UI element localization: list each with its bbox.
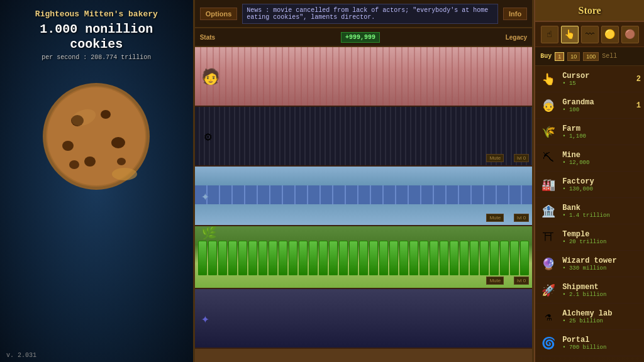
version-label: v. 2.031 (6, 352, 36, 359)
store-item-price-0: • 15 (562, 80, 628, 87)
bottle (520, 241, 529, 275)
qty-100-button[interactable]: 100 (583, 52, 599, 61)
store-panel: Store ☝ 👆 〰 🟡 🟤 Buy 1 10 100 Sell 👆Curso… (534, 0, 644, 362)
farm-mute-button[interactable]: Mute (486, 277, 504, 285)
store-item-price-6: • 20 trillion (562, 239, 628, 245)
options-button[interactable]: Options (200, 8, 238, 20)
bottle (440, 241, 448, 275)
qty-1-button[interactable]: 1 (555, 52, 564, 61)
store-item-factory[interactable]: 🏭Factory• 130,000 (535, 172, 644, 198)
store-item-grandma[interactable]: 👵Grandma• 1001 (535, 92, 644, 119)
bottle (430, 241, 438, 275)
grandma-character: 🧑 (201, 67, 220, 85)
bottle (228, 241, 237, 275)
store-item-temple[interactable]: ⛩Temple• 20 trillion (535, 224, 644, 251)
portal-character: ✦ (201, 310, 209, 327)
store-item-name-2: Farm (562, 124, 628, 133)
store-item-name-9: Alchemy lab (562, 309, 628, 318)
store-item-icon-6: ⛩ (538, 228, 558, 248)
store-item-price-9: • 25 billion (562, 318, 628, 324)
store-item-price-7: • 330 million (562, 265, 628, 272)
stats-button[interactable]: Stats (200, 34, 215, 41)
store-item-name-4: Factory (562, 177, 628, 186)
bottle (289, 241, 297, 275)
store-item-icon-0: 👆 (538, 69, 558, 89)
tool-wave[interactable]: 〰 (581, 26, 599, 43)
bottle (299, 241, 308, 275)
legacy-button[interactable]: Legacy (506, 34, 527, 41)
store-item-icon-1: 👵 (538, 96, 558, 116)
store-item-info-8: Shipment• 2.1 billion (562, 283, 628, 298)
svg-point-9 (69, 160, 79, 169)
store-item-info-9: Alchemy lab• 25 billion (562, 309, 628, 324)
factory-row: ✦ Mute lvl 0 (195, 167, 532, 226)
store-item-icon-2: 🌾 (538, 122, 558, 142)
store-item-mine[interactable]: ⛏Mine• 12,000 (535, 145, 644, 172)
svg-point-8 (117, 158, 126, 165)
bottle (269, 241, 277, 275)
tool-pointer[interactable]: 👆 (561, 26, 579, 43)
bottle (399, 241, 408, 275)
store-item-wizard-tower[interactable]: 🔮Wizard tower• 330 million (535, 251, 644, 277)
bottle (208, 241, 217, 275)
store-item-farm[interactable]: 🌾Farm• 1,100 (535, 119, 644, 145)
bottle (339, 241, 348, 275)
bottle (309, 241, 318, 275)
bottle (218, 241, 227, 275)
bottle (198, 241, 207, 275)
svg-point-6 (111, 137, 125, 148)
store-item-info-4: Factory• 130,000 (562, 177, 628, 192)
bottle (248, 241, 257, 275)
tool-circle2[interactable]: 🟤 (621, 26, 639, 43)
store-item-icon-7: 🔮 (538, 254, 558, 274)
store-item-price-8: • 2.1 billion (562, 292, 628, 298)
buy-label: Buy (540, 53, 552, 60)
store-item-info-1: Grandma• 100 (562, 98, 628, 113)
qty-10-button[interactable]: 10 (567, 52, 580, 61)
store-item-price-5: • 1.4 trillion (562, 212, 628, 219)
svg-point-5 (62, 141, 74, 151)
store-item-price-3: • 12,000 (562, 160, 628, 166)
store-item-name-10: Portal (562, 336, 628, 344)
bottle (470, 241, 479, 275)
mine-mute-button[interactable]: Mute (486, 154, 504, 162)
store-item-icon-9: ⚗ (538, 307, 558, 327)
store-item-info-10: Portal• 700 billion (562, 336, 628, 351)
mine-character: ⚙️ (204, 128, 212, 144)
store-item-alchemy-lab[interactable]: ⚗Alchemy lab• 25 billion (535, 304, 644, 330)
store-item-name-3: Mine (562, 151, 628, 160)
store-item-name-8: Shipment (562, 283, 628, 292)
factory-mute-button[interactable]: Mute (486, 214, 504, 222)
bottle (480, 241, 489, 275)
tool-hand[interactable]: ☝ (541, 26, 558, 43)
left-panel: Righteous Mitten's bakery 1.000 nonillio… (0, 0, 195, 362)
store-item-portal[interactable]: 🌀Portal• 700 billion (535, 330, 644, 356)
info-button[interactable]: Info (503, 8, 527, 20)
bottle (450, 241, 458, 275)
cookie-button[interactable] (33, 74, 159, 199)
store-item-price-2: • 1,100 (562, 133, 628, 140)
news-ticker: News : movie cancelled from lack of acto… (242, 4, 498, 24)
bottle (279, 241, 287, 275)
bakery-name: Righteous Mitten's bakery (35, 9, 158, 19)
bottle (329, 241, 338, 275)
store-item-shipment[interactable]: 🚀Shipment• 2.1 billion (535, 277, 644, 304)
sell-label: Sell (602, 53, 617, 60)
store-item-bank[interactable]: 🏦Bank• 1.4 trillion (535, 198, 644, 224)
per-second: per second : 208.774 trillion (42, 54, 151, 61)
farm-lvl-button[interactable]: lvl 0 (514, 277, 529, 285)
store-title: Store (579, 5, 601, 16)
store-item-cursor[interactable]: 👆Cursor• 152 (535, 66, 644, 92)
factory-lvl-button[interactable]: lvl 0 (514, 214, 529, 222)
store-item-name-5: Bank (562, 204, 628, 212)
svg-point-10 (112, 168, 137, 180)
tool-circle1[interactable]: 🟡 (601, 26, 619, 43)
store-item-name-7: Wizard tower (562, 256, 628, 265)
bottle (359, 241, 368, 275)
store-header: Store (535, 0, 644, 22)
bottle (419, 241, 428, 275)
mine-row: ⚙️ Mute lvl 0 (195, 107, 532, 167)
store-item-info-2: Farm• 1,100 (562, 124, 628, 140)
bottle (409, 241, 418, 275)
mine-lvl-button[interactable]: lvl 0 (514, 154, 529, 162)
